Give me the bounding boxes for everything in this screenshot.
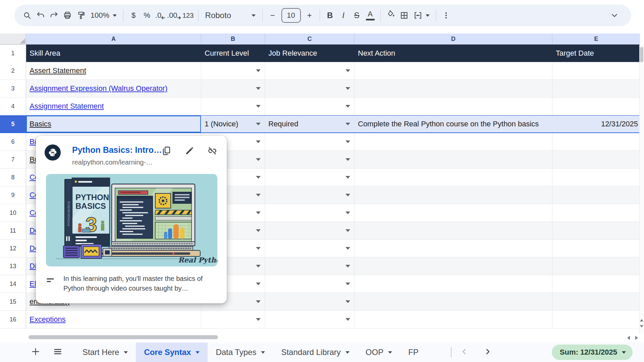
cell-date[interactable] (552, 257, 640, 275)
horizontal-scrollbar[interactable] (29, 335, 218, 339)
column-header-e[interactable]: E (552, 34, 640, 45)
hide-toolbar-button[interactable] (608, 8, 621, 23)
header-cell-relevance[interactable]: Job Relevance (265, 45, 355, 62)
row-header[interactable]: 9 (0, 186, 26, 204)
decrease-decimal-button[interactable]: .0 (154, 8, 167, 23)
dropdown-icon[interactable] (256, 318, 261, 321)
cell-skill[interactable]: Assignment Expression (Walrus Operator) (26, 80, 201, 97)
column-header-b[interactable]: B (201, 34, 265, 45)
dropdown-icon[interactable] (345, 247, 350, 250)
cell-relevance[interactable] (265, 222, 355, 239)
header-cell-action[interactable]: Next Action (355, 45, 552, 62)
dropdown-icon[interactable] (256, 300, 261, 303)
font-select[interactable]: Roboto (202, 8, 259, 23)
cell-relevance[interactable] (265, 257, 355, 275)
skill-link[interactable]: Basics (30, 120, 51, 128)
cell-relevance[interactable]: Required (265, 116, 355, 132)
skill-link[interactable]: Di (30, 262, 37, 270)
remove-link-button[interactable] (207, 146, 218, 157)
skill-link[interactable]: Assignment Expression (Walrus Operator) (30, 84, 167, 93)
cell-action[interactable] (355, 151, 552, 168)
cell-relevance[interactable] (265, 311, 355, 328)
tab-fp[interactable]: FP (400, 343, 422, 362)
dropdown-icon[interactable] (345, 87, 350, 90)
row-header[interactable]: 2 (0, 62, 26, 79)
cell-action[interactable] (355, 311, 552, 328)
cell-date[interactable] (552, 151, 640, 168)
dropdown-icon[interactable] (256, 123, 261, 125)
cell-action[interactable] (355, 293, 552, 310)
cell-level[interactable]: 1 (Novice) (201, 116, 265, 132)
scroll-up-icon[interactable] (640, 319, 643, 321)
dropdown-icon[interactable] (256, 140, 261, 143)
header-cell-level[interactable]: Current Level (201, 45, 265, 62)
decrease-font-size-button[interactable]: − (266, 8, 279, 23)
dropdown-icon[interactable] (256, 229, 261, 232)
cell-action[interactable] (355, 98, 552, 115)
print-button[interactable] (61, 8, 74, 23)
cell-level[interactable] (201, 98, 265, 115)
skill-link[interactable]: Assignment Statement (30, 102, 104, 111)
cell-date[interactable] (552, 133, 640, 150)
cell-date[interactable] (552, 293, 640, 310)
dropdown-icon[interactable] (345, 176, 350, 179)
cell-relevance[interactable] (265, 204, 355, 222)
dropdown-icon[interactable] (256, 194, 261, 196)
row-header[interactable]: 7 (0, 151, 26, 168)
sum-status-badge[interactable]: Sum: 12/31/2025 (552, 345, 633, 360)
cell-date[interactable] (552, 169, 640, 186)
cell-level[interactable] (201, 62, 265, 79)
zoom-select[interactable]: 100% (88, 8, 120, 23)
borders-button[interactable] (397, 8, 411, 23)
cell-relevance[interactable] (265, 169, 355, 186)
cell-relevance[interactable] (265, 275, 355, 293)
tab-standard-library[interactable]: Standard Library (273, 343, 357, 362)
dropdown-icon[interactable] (345, 265, 350, 267)
dropdown-icon[interactable] (256, 158, 261, 161)
cell-skill[interactable]: Assert Statement (26, 62, 201, 79)
all-sheets-button[interactable] (51, 346, 64, 359)
row-header[interactable]: 12 (0, 240, 26, 257)
cell-date[interactable] (552, 240, 640, 257)
row-header[interactable]: 5 (0, 116, 26, 132)
prev-sheets-button[interactable] (459, 347, 470, 358)
header-cell-skill[interactable]: Skill Area (26, 45, 201, 62)
undo-button[interactable] (34, 8, 47, 23)
dropdown-icon[interactable] (345, 212, 350, 214)
dropdown-icon[interactable] (345, 158, 350, 161)
cell-relevance[interactable] (265, 240, 355, 257)
cell-relevance[interactable] (265, 98, 355, 115)
cell-skill[interactable]: Exceptions (26, 311, 201, 328)
row-header[interactable]: 3 (0, 80, 26, 97)
cell-date[interactable] (552, 80, 640, 97)
cell-relevance[interactable] (265, 80, 355, 97)
skill-link[interactable]: Exceptions (30, 315, 66, 324)
vertical-scrollbar[interactable] (640, 47, 643, 62)
row-header[interactable]: 4 (0, 98, 26, 115)
cell-action[interactable] (355, 257, 552, 275)
cell-date[interactable] (552, 275, 640, 293)
currency-format-button[interactable]: $ (127, 8, 140, 23)
cell-date[interactable] (552, 222, 640, 239)
fill-color-button[interactable] (384, 8, 397, 23)
cell-date[interactable] (552, 186, 640, 204)
cell-relevance[interactable] (265, 62, 355, 79)
cell-action[interactable] (355, 80, 552, 97)
row-header[interactable]: 6 (0, 133, 26, 150)
cell-action[interactable] (355, 222, 552, 239)
tab-data-types[interactable]: Data Types (208, 343, 273, 362)
select-all-corner[interactable] (0, 34, 26, 45)
skill-link[interactable]: Bi (30, 137, 36, 146)
italic-button[interactable]: I (337, 8, 350, 23)
redo-button[interactable] (47, 8, 61, 23)
dropdown-icon[interactable] (345, 318, 350, 321)
cell-action[interactable] (355, 133, 552, 150)
dropdown-icon[interactable] (256, 87, 261, 90)
dropdown-icon[interactable] (345, 229, 350, 232)
cell-action[interactable] (355, 186, 552, 204)
dropdown-icon[interactable] (256, 247, 261, 250)
tab-start-here[interactable]: Start Here (74, 343, 136, 362)
cell-action[interactable] (355, 240, 552, 257)
scroll-left-icon[interactable] (627, 336, 630, 340)
cell-date[interactable]: 12/31/2025 (552, 116, 640, 132)
